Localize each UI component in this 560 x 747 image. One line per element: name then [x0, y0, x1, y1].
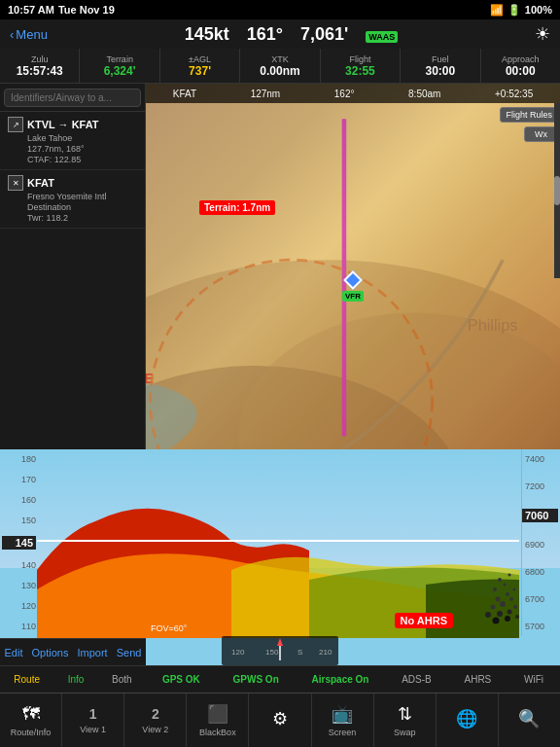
profile-compass: 120 150 S 210	[222, 636, 338, 665]
nav-swap-label: Swap	[394, 728, 416, 737]
back-label: Menu	[16, 27, 48, 42]
back-button[interactable]: ‹ Menu	[10, 27, 48, 42]
top-nav: ‹ Menu 145kt 161° 7,061' WAAS ☀	[0, 19, 560, 49]
magnifier-icon: 🔍	[518, 708, 540, 729]
svg-point-20	[498, 578, 502, 582]
nav-route-info[interactable]: 🗺 Route/Info	[0, 694, 62, 747]
nav-view1[interactable]: 1 View 1	[62, 694, 124, 747]
route-info-icon: 🗺	[22, 704, 40, 725]
svg-point-27	[509, 597, 513, 601]
nav-screen-label: Screen	[329, 728, 357, 737]
xtk-value: 0.00nm	[260, 64, 299, 78]
flight-rules-button[interactable]: Flight Rules	[500, 107, 558, 123]
search-box[interactable]	[0, 84, 145, 112]
map-scrollbar[interactable]	[554, 103, 560, 278]
svg-text:150: 150	[265, 648, 279, 657]
data-approach: Approach 00:00	[481, 49, 560, 83]
battery-pct: 100%	[525, 4, 552, 16]
map-offset: +0:52:35	[495, 89, 533, 99]
status-badges-row: GPS OK GPWS On Airspace On ADS-B AHRS Wi…	[146, 665, 560, 693]
map-from: KFAT	[173, 89, 196, 99]
gps-ok-badge: GPS OK	[162, 674, 200, 685]
map-top-bar: KFAT 127nm 162° 8:50am +0:52:35	[146, 84, 560, 103]
screen-icon: 📺	[332, 703, 353, 725]
svg-point-29	[491, 605, 496, 610]
scrollbar-handle[interactable]	[554, 176, 560, 205]
svg-point-24	[513, 588, 516, 591]
globe-icon: 🌐	[456, 708, 477, 729]
send-button[interactable]: Send	[117, 647, 142, 658]
nav-view1-label: View 1	[80, 725, 106, 734]
sun-icon: ☀	[535, 23, 550, 45]
svg-point-33	[485, 612, 491, 618]
blackbox-icon: ⬛	[207, 703, 228, 725]
route-tabs: Route Info Both	[0, 665, 146, 693]
waypoint-detail1-ktvl: Lake Tahoe	[27, 133, 137, 143]
profile-area: 180 170 160 150 145 140 130 120 110 7400…	[0, 449, 560, 665]
airspace-on-badge: Airspace On	[312, 674, 369, 685]
waypoint-detail3-kfat: Twr: 118.2	[27, 213, 137, 223]
waypoint-ktvl[interactable]: ↗ KTVL → KFAT Lake Tahoe 127.7nm, 168° C…	[0, 112, 145, 170]
map-eta: 8:50am	[408, 89, 440, 99]
waypoint-detail2-ktvl: 127.7nm, 168°	[27, 144, 137, 154]
aircraft-diamond	[343, 270, 363, 290]
data-row: Zulu 15:57:43 Terrain 6,324' ±AGL 737' X…	[0, 49, 560, 84]
svg-point-32	[508, 610, 512, 615]
status-bar: 10:57 AM Tue Nov 19 📶 🔋 100%	[0, 0, 560, 19]
ahrs-badge: AHRS	[465, 674, 492, 685]
svg-point-34	[515, 615, 519, 619]
aircraft-symbol: VFR	[346, 273, 360, 287]
svg-point-30	[513, 605, 517, 609]
gpws-on-badge: GPWS On	[233, 674, 279, 685]
svg-text:Phillips: Phillips	[468, 316, 518, 334]
fuel-value: 30:00	[425, 64, 455, 78]
swap-icon: ⇅	[398, 703, 412, 725]
view2-icon: 2	[152, 706, 159, 722]
svg-point-26	[496, 597, 501, 602]
adsb-badge: ADS-B	[402, 674, 432, 685]
waypoint-kfat[interactable]: ✕ KFAT Fresno Yosemite Intl Destination …	[0, 170, 145, 229]
view1-icon: 1	[89, 706, 97, 722]
options-button[interactable]: Options	[32, 647, 69, 658]
status-time: 10:57 AM	[8, 4, 54, 16]
map-distance: 127nm	[251, 89, 281, 99]
approach-value: 00:00	[506, 64, 536, 78]
nav-search[interactable]: 🔍	[499, 694, 560, 747]
svg-point-35	[493, 618, 500, 624]
svg-point-21	[508, 574, 511, 577]
tab-info[interactable]: Info	[68, 674, 85, 685]
wx-button[interactable]: Wx	[524, 126, 558, 142]
tab-both[interactable]: Both	[112, 674, 132, 685]
flight-stats: 145kt 161° 7,061' WAAS	[185, 24, 399, 45]
nav-settings[interactable]: ⚙	[249, 694, 311, 747]
svg-point-36	[505, 616, 510, 622]
fov-label: FOV=60°	[151, 623, 187, 633]
svg-point-25	[506, 592, 509, 596]
waypoint-detail1-kfat: Fresno Yosemite Intl	[27, 192, 137, 201]
current-altitude-line	[37, 540, 519, 542]
edit-button[interactable]: Edit	[5, 647, 23, 658]
no-ahrs-badge: No AHRS	[395, 613, 453, 628]
nav-swap[interactable]: ⇅ Swap	[374, 694, 437, 747]
import-button[interactable]: Import	[78, 647, 108, 658]
nav-screen[interactable]: 📺 Screen	[312, 694, 374, 747]
waas-badge: WAAS	[366, 31, 398, 43]
zulu-value: 15:57:43	[17, 64, 63, 78]
data-xtk: XTK 0.00nm	[240, 49, 320, 83]
flight-value: 32:55	[345, 64, 375, 78]
nav-blackbox[interactable]: ⬛ BlackBox	[187, 694, 249, 747]
profile-right-scale: 7400 7200 7060 6900 6800 6700 5700	[521, 449, 558, 636]
data-flight: Flight 32:55	[321, 49, 401, 83]
heading: 161°	[247, 24, 283, 45]
nav-globe[interactable]: 🌐	[437, 694, 499, 747]
tab-route[interactable]: Route	[14, 674, 40, 685]
nav-route-info-label: Route/Info	[11, 728, 52, 737]
waypoint-detail2-kfat: Destination	[27, 202, 137, 212]
terrain-value: 6,324'	[104, 64, 136, 78]
nav-view2[interactable]: 2 View 2	[124, 694, 187, 747]
svg-text:120: 120	[231, 648, 245, 657]
search-input[interactable]	[4, 89, 141, 107]
airspeed: 145kt	[185, 24, 229, 45]
agl-value: 737'	[189, 64, 211, 78]
svg-point-28	[500, 601, 506, 607]
